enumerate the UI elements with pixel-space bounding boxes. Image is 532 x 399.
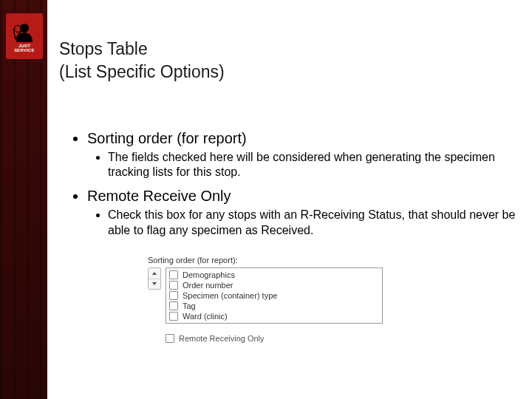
list-item-label: Ward (clinic) — [183, 312, 228, 321]
list-item-label: Tag — [183, 301, 196, 310]
brand-logo: JUSTSERVICE — [6, 13, 43, 59]
checkbox-icon[interactable] — [169, 281, 178, 290]
checkbox-icon[interactable] — [169, 301, 178, 310]
bullet-2: Remote Receive Only Check this box for a… — [87, 188, 517, 239]
bullet-1: Sorting order (for report) The fields ch… — [87, 130, 517, 181]
list-item-label: Specimen (container) type — [183, 291, 277, 300]
slide-title-line1: Stops Table — [59, 38, 517, 60]
list-item[interactable]: Specimen (container) type — [169, 291, 379, 300]
list-item[interactable]: Tag — [169, 301, 379, 310]
slide-title-line2: (List Specific Options) — [59, 61, 517, 83]
bullet-2-sub: Check this box for any stops with an R-R… — [108, 208, 517, 239]
checkbox-icon[interactable] — [169, 270, 178, 279]
sorting-order-panel: Sorting order (for report): Demographics… — [148, 256, 383, 343]
remote-receiving-row[interactable]: Remote Receiving Only — [166, 334, 383, 343]
bullet-1-sub: The fields checked here will be consider… — [108, 150, 517, 181]
sorting-order-label: Sorting order (for report): — [148, 256, 383, 265]
list-item[interactable]: Demographics — [169, 270, 379, 279]
list-item-label: Order number — [183, 281, 233, 290]
logo-silhouette-icon — [12, 20, 37, 42]
reorder-up-button[interactable] — [149, 268, 160, 279]
list-item-label: Demographics — [183, 270, 235, 279]
reorder-down-button[interactable] — [149, 279, 160, 290]
slide-sidebar — [0, 0, 47, 399]
checkbox-icon[interactable] — [169, 312, 178, 321]
sorting-fields-listbox[interactable]: Demographics Order number Specimen (cont… — [166, 267, 383, 324]
chevron-up-icon — [152, 272, 157, 275]
remote-receiving-checkbox[interactable] — [166, 334, 174, 343]
list-item[interactable]: Order number — [169, 281, 379, 290]
list-item[interactable]: Ward (clinic) — [169, 312, 379, 321]
chevron-down-icon — [152, 282, 157, 285]
bullet-1-heading: Sorting order (for report) — [87, 130, 247, 146]
bullet-2-heading: Remote Receive Only — [87, 188, 231, 204]
remote-receiving-label: Remote Receiving Only — [179, 334, 265, 343]
reorder-spinner[interactable] — [148, 267, 161, 290]
checkbox-icon[interactable] — [169, 291, 178, 300]
logo-text-2: SERVICE — [14, 48, 35, 52]
bullet-list: Sorting order (for report) The fields ch… — [59, 130, 517, 239]
slide-content: Stops Table (List Specific Options) Sort… — [59, 38, 517, 246]
